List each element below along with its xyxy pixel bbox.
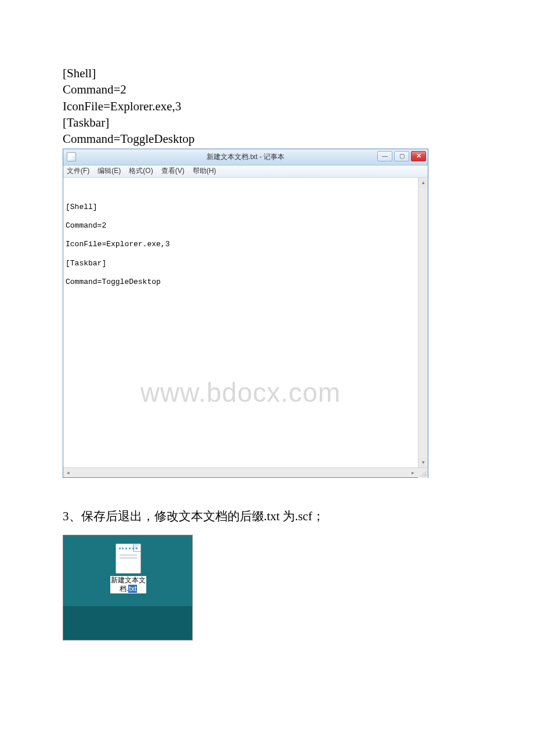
text-area[interactable]: [Shell] Command=2 IconFile=Explorer.exe,… xyxy=(63,178,418,467)
window-title: 新建文本文档.txt - 记事本 xyxy=(63,152,428,162)
scroll-down-icon[interactable]: ▾ xyxy=(418,458,428,467)
notepad-window: 新建文本文档.txt - 记事本 — ▢ ✕ 文件(F) 编辑(E) 格式(O)… xyxy=(63,149,428,478)
window-controls: — ▢ ✕ xyxy=(377,151,426,161)
step-3-text: 3、保存后退出，修改文本文档的后缀.txt 为.scf； xyxy=(63,508,471,524)
minimize-button[interactable]: — xyxy=(377,151,392,161)
scroll-right-icon[interactable]: ▸ xyxy=(408,468,418,477)
desktop-screenshot: 新建文本文 档.txt xyxy=(63,535,193,640)
menu-view[interactable]: 查看(V) xyxy=(161,166,185,176)
editor-line: [Taskbar] xyxy=(66,259,106,268)
scroll-up-icon[interactable]: ▴ xyxy=(418,178,428,188)
file-name-label[interactable]: 新建文本文 档.txt xyxy=(110,576,146,593)
code-line: IconFile=Explorer.exe,3 xyxy=(63,98,471,114)
menu-edit[interactable]: 编辑(E) xyxy=(98,166,121,176)
vertical-scrollbar[interactable]: ▴ ▾ xyxy=(418,178,428,467)
editor-line: Command=ToggleDesktop xyxy=(66,278,161,286)
desktop-file-item[interactable]: 新建文本文 档.txt xyxy=(105,543,151,593)
editor-line: Command=2 xyxy=(66,221,106,230)
editor-line: IconFile=Explorer.exe,3 xyxy=(66,240,169,249)
file-name-part: 档. xyxy=(120,585,128,593)
scroll-left-icon[interactable]: ◂ xyxy=(63,468,73,477)
code-line: Command=ToggleDesktop xyxy=(63,131,471,147)
text-file-icon xyxy=(116,543,141,574)
menu-file[interactable]: 文件(F) xyxy=(67,166,89,176)
titlebar[interactable]: 新建文本文档.txt - 记事本 — ▢ ✕ xyxy=(63,149,428,165)
menubar: 文件(F) 编辑(E) 格式(O) 查看(V) 帮助(H) xyxy=(63,165,428,178)
menu-help[interactable]: 帮助(H) xyxy=(193,166,217,176)
code-block: [Shell] Command=2 IconFile=Explorer.exe,… xyxy=(63,65,471,147)
file-ext-selected: txt xyxy=(128,585,137,593)
close-button[interactable]: ✕ xyxy=(411,151,426,161)
watermark: www.bdocx.com xyxy=(63,359,418,426)
code-line: Command=2 xyxy=(63,81,471,98)
desktop-bg-lower xyxy=(63,606,192,640)
resize-grip[interactable] xyxy=(418,468,428,478)
horizontal-scrollbar[interactable]: ◂ ▸ xyxy=(63,468,418,477)
code-line: [Taskbar] xyxy=(63,114,471,131)
code-line: [Shell] xyxy=(63,65,471,81)
editor-line: [Shell] xyxy=(66,203,98,211)
maximize-button[interactable]: ▢ xyxy=(394,151,409,161)
maximize-icon: ▢ xyxy=(399,153,405,159)
minimize-icon: — xyxy=(382,153,388,159)
close-icon: ✕ xyxy=(416,152,421,160)
menu-format[interactable]: 格式(O) xyxy=(129,166,153,176)
file-name-part: 新建文本文 xyxy=(111,576,146,584)
